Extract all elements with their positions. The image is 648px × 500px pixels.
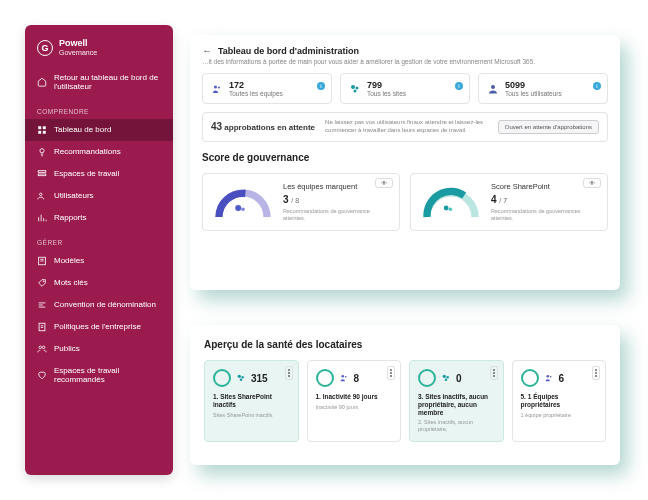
sidebar-item-label: Mots clés bbox=[54, 278, 88, 288]
svg-point-17 bbox=[354, 89, 357, 92]
gauge-arc-icon bbox=[213, 183, 273, 221]
brand: G Powell Governance bbox=[25, 39, 173, 67]
sharepoint-icon bbox=[441, 373, 451, 383]
sidebar-item-label: Publics bbox=[54, 344, 80, 354]
more-icon[interactable] bbox=[285, 366, 293, 380]
health-value: 0 bbox=[456, 373, 462, 384]
sidebar-item-naming[interactable]: Convention de dénomination bbox=[25, 294, 173, 316]
stat-card-sites[interactable]: 799 Tous les sites i bbox=[340, 73, 470, 104]
svg-point-29 bbox=[446, 376, 449, 379]
stat-value: 5099 bbox=[505, 80, 562, 90]
approvals-banner: 43 approbations en attente Ne laissez pa… bbox=[202, 112, 608, 142]
health-subtitle: Sites SharePoint inactifs bbox=[213, 412, 290, 419]
more-icon[interactable] bbox=[387, 366, 395, 380]
health-card-no-owner[interactable]: 0 3. Sites inactifs, aucun propriétaire,… bbox=[409, 360, 504, 442]
svg-point-16 bbox=[356, 86, 359, 89]
health-title: 5. 1 Équipes propriétaires bbox=[521, 393, 598, 409]
ring-icon bbox=[418, 369, 436, 387]
sidebar-section-comprendre: COMPRENDRE bbox=[25, 98, 173, 119]
svg-point-7 bbox=[40, 193, 43, 196]
svg-point-26 bbox=[341, 375, 344, 378]
svg-point-32 bbox=[549, 376, 551, 378]
svg-point-31 bbox=[546, 375, 549, 378]
approvals-description: Ne laissez pas vos utilisateurs finaux a… bbox=[325, 119, 488, 135]
policy-icon bbox=[37, 322, 47, 332]
sidebar-item-audiences[interactable]: Publics bbox=[25, 338, 173, 360]
sidebar-item-users[interactable]: Utilisateurs bbox=[25, 185, 173, 207]
stat-label: Tous les utilisateurs bbox=[505, 90, 562, 97]
ring-icon bbox=[316, 369, 334, 387]
svg-rect-5 bbox=[38, 170, 46, 172]
svg-rect-1 bbox=[43, 126, 46, 129]
view-icon[interactable]: 👁 bbox=[375, 178, 393, 188]
stat-cards-row: 172 Toutes les équipes i 799 Tous les si… bbox=[202, 73, 608, 104]
tag-icon bbox=[37, 278, 47, 288]
sidebar-item-label: Tableau de bord bbox=[54, 125, 111, 135]
sidebar-item-dashboard[interactable]: Tableau de bord bbox=[25, 119, 173, 141]
heart-icon bbox=[37, 370, 47, 380]
stat-value: 799 bbox=[367, 80, 406, 90]
sidebar-item-label: Politiques de l'entreprise bbox=[54, 322, 141, 332]
users-icon bbox=[37, 191, 47, 201]
more-icon[interactable] bbox=[490, 366, 498, 380]
sidebar: G Powell Governance Retour au tableau de… bbox=[25, 25, 173, 475]
teams-icon bbox=[211, 83, 223, 95]
template-icon bbox=[37, 256, 47, 266]
svg-point-28 bbox=[443, 375, 446, 378]
svg-point-27 bbox=[344, 376, 346, 378]
svg-point-11 bbox=[39, 346, 42, 349]
sidebar-item-keywords[interactable]: Mots clés bbox=[25, 272, 173, 294]
gauge-score: 3 / 8 bbox=[283, 194, 389, 205]
sidebar-item-policies[interactable]: Politiques de l'entreprise bbox=[25, 316, 173, 338]
svg-point-24 bbox=[241, 376, 244, 379]
sidebar-item-workspaces[interactable]: Espaces de travail bbox=[25, 163, 173, 185]
health-card-inactivity-90[interactable]: 8 1. Inactivité 90 jours Inactivité 90 j… bbox=[307, 360, 402, 442]
sidebar-item-label: Retour au tableau de bord de l'utilisate… bbox=[54, 73, 161, 92]
admin-dashboard-panel: ← Tableau de bord d'administration …it d… bbox=[190, 35, 620, 290]
stat-card-teams[interactable]: 172 Toutes les équipes i bbox=[202, 73, 332, 104]
more-icon[interactable] bbox=[592, 366, 600, 380]
back-arrow-icon[interactable]: ← bbox=[202, 45, 212, 56]
info-icon[interactable]: i bbox=[317, 82, 325, 90]
gauge-title: Les équipes marquent bbox=[283, 182, 389, 191]
governance-score-title: Score de gouvernance bbox=[202, 152, 608, 163]
brand-subtitle: Governance bbox=[59, 49, 97, 57]
health-card-inactive-sites[interactable]: 315 1. Sites SharePoint inactifs Sites S… bbox=[204, 360, 299, 442]
info-icon[interactable]: i bbox=[593, 82, 601, 90]
svg-rect-3 bbox=[43, 131, 46, 134]
reports-icon bbox=[37, 213, 47, 223]
svg-point-20 bbox=[241, 207, 245, 211]
sidebar-item-recommended-workspaces[interactable]: Espaces de travail recommandés bbox=[25, 360, 173, 391]
health-value: 6 bbox=[559, 373, 565, 384]
tenant-health-title: Aperçu de la santé des locataires bbox=[204, 339, 606, 350]
sidebar-return-link[interactable]: Retour au tableau de bord de l'utilisate… bbox=[25, 67, 173, 98]
brand-name: Powell bbox=[59, 39, 97, 49]
sharepoint-icon bbox=[236, 373, 246, 383]
open-approvals-button[interactable]: Ouvert en attente d'approbations bbox=[498, 120, 599, 134]
stat-card-users[interactable]: 5099 Tous les utilisateurs i bbox=[478, 73, 608, 104]
view-icon[interactable]: 👁 bbox=[583, 178, 601, 188]
sidebar-item-label: Convention de dénomination bbox=[54, 300, 156, 310]
sidebar-item-reports[interactable]: Rapports bbox=[25, 207, 173, 229]
sharepoint-icon bbox=[349, 83, 361, 95]
approvals-count: 43 approbations en attente bbox=[211, 121, 315, 132]
gauge-arc-icon bbox=[421, 183, 481, 221]
tenant-health-cards: 315 1. Sites SharePoint inactifs Sites S… bbox=[204, 360, 606, 442]
info-icon[interactable]: i bbox=[455, 82, 463, 90]
svg-point-15 bbox=[351, 85, 355, 89]
health-value: 8 bbox=[354, 373, 360, 384]
health-subtitle: 1 équipe propriétaire bbox=[521, 412, 598, 419]
tenant-health-panel: Aperçu de la santé des locataires 315 1.… bbox=[190, 325, 620, 465]
sidebar-item-recommendations[interactable]: Recommandations bbox=[25, 141, 173, 163]
gauge-subtitle: Recommandations de gouvernances atteinte… bbox=[491, 208, 597, 222]
governance-gauges: 👁 Les équipes marquent 3 / 8 Recommandat… bbox=[202, 173, 608, 231]
teams-icon bbox=[544, 373, 554, 383]
health-card-team-owners[interactable]: 6 5. 1 Équipes propriétaires 1 équipe pr… bbox=[512, 360, 607, 442]
ring-icon bbox=[521, 369, 539, 387]
svg-rect-2 bbox=[38, 131, 41, 134]
sidebar-item-label: Recommandations bbox=[54, 147, 121, 157]
svg-point-22 bbox=[449, 207, 453, 211]
health-title: 1. Inactivité 90 jours bbox=[316, 393, 393, 401]
sidebar-item-templates[interactable]: Modèles bbox=[25, 250, 173, 272]
svg-point-25 bbox=[240, 378, 243, 381]
